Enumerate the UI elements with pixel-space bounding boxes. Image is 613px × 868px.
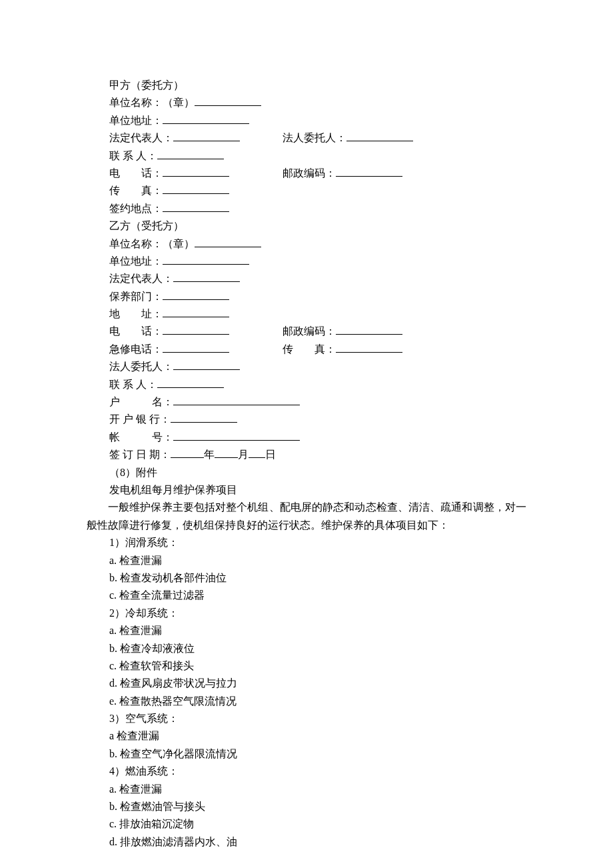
fax-blank-b[interactable] <box>336 342 402 353</box>
day-label: 日 <box>265 449 276 460</box>
account-name-label: 户 名： <box>109 396 173 407</box>
party-b-contact: 联 系 人： <box>109 376 526 393</box>
contact-blank-b[interactable] <box>157 377 224 388</box>
fuel-item-c: c. 排放油箱沉淀物 <box>109 815 526 833</box>
company-name-label-b: 单位名称：（章） <box>109 238 195 249</box>
company-name-label: 单位名称：（章） <box>109 97 195 108</box>
contact-label: 联 系 人： <box>109 150 157 161</box>
party-a-header: 甲方（委托方） <box>109 77 526 94</box>
legal-rep-blank-b[interactable] <box>173 271 240 282</box>
phone-label-b: 电 话： <box>109 325 163 337</box>
lubrication-item-c: c. 检查全流量过滤器 <box>109 587 526 604</box>
cooling-item-c: c. 检查软管和接头 <box>109 657 526 675</box>
postal-blank[interactable] <box>336 166 402 177</box>
contact-blank[interactable] <box>157 149 224 159</box>
party-b-account-number: 帐 号： <box>109 429 526 446</box>
bank-label: 开 户 银 行： <box>109 413 171 425</box>
party-b-bank: 开 户 银 行： <box>109 411 526 428</box>
cooling-item-b: b. 检查冷却液液位 <box>109 640 526 657</box>
phone-blank[interactable] <box>163 166 229 177</box>
party-a-address: 单位地址： <box>109 112 526 129</box>
party-a-fax: 传 真： <box>109 182 526 199</box>
attachment-title: 发电机组每月维护保养项目 <box>109 481 526 499</box>
address-blank[interactable] <box>163 113 249 124</box>
fuel-title: 4）燃油系统： <box>109 763 526 780</box>
party-a-phone: 电 话： <box>109 165 283 182</box>
party-b-fax: 传 真： <box>283 341 526 358</box>
fax-label-b: 传 真： <box>283 343 336 355</box>
emergency-blank[interactable] <box>163 342 229 353</box>
legal-rep-label-b: 法定代表人： <box>109 273 173 284</box>
address-blank-b[interactable] <box>163 254 249 265</box>
lubrication-item-a: a. 检查泄漏 <box>109 552 526 569</box>
company-name-blank-b[interactable] <box>195 237 261 247</box>
emergency-label: 急修电话： <box>109 343 163 355</box>
legal-entrust-blank[interactable] <box>346 131 413 141</box>
party-b-emergency: 急修电话： <box>109 341 283 358</box>
party-b-header: 乙方（受托方） <box>109 217 526 235</box>
bank-blank[interactable] <box>171 412 237 423</box>
year-blank[interactable] <box>171 447 204 458</box>
postal-label: 邮政编码： <box>283 167 336 179</box>
party-a-postal: 邮政编码： <box>283 165 526 182</box>
company-name-blank[interactable] <box>195 95 261 106</box>
party-b-dept-address: 地 址： <box>109 305 526 323</box>
month-blank[interactable] <box>215 447 238 458</box>
document-content: 甲方（委托方） 单位名称：（章） 单位地址： 法定代表人： 法人委托人： 联 系… <box>109 77 526 851</box>
party-b-address: 单位地址： <box>109 253 526 270</box>
party-a-legal-entrust: 法人委托人： <box>283 129 526 147</box>
lubrication-item-b: b. 检查发动机各部件油位 <box>109 569 526 587</box>
account-number-blank[interactable] <box>173 430 300 441</box>
air-item-a: a 检查泄漏 <box>109 727 526 745</box>
phone-label: 电 话： <box>109 167 163 179</box>
day-blank[interactable] <box>249 447 265 458</box>
legal-entrust-blank-b[interactable] <box>173 359 240 370</box>
party-a-legal-rep: 法定代表人： <box>109 129 283 147</box>
year-label: 年 <box>204 449 215 460</box>
maintenance-dept-blank[interactable] <box>163 289 229 300</box>
cooling-title: 2）冷却系统： <box>109 605 526 622</box>
legal-entrust-label-b: 法人委托人： <box>109 361 173 372</box>
air-title: 3）空气系统： <box>109 710 526 727</box>
fax-label: 传 真： <box>109 185 163 196</box>
dept-address-blank[interactable] <box>163 307 229 317</box>
legal-rep-label: 法定代表人： <box>109 132 173 143</box>
party-b-legal-rep: 法定代表人： <box>109 270 526 287</box>
sign-date-label: 签 订 日 期： <box>109 449 171 460</box>
lubrication-title: 1）润滑系统： <box>109 534 526 551</box>
sign-location-label: 签约地点： <box>109 203 163 214</box>
party-a-sign-location: 签约地点： <box>109 200 526 217</box>
party-b-company: 单位名称：（章） <box>109 235 526 253</box>
party-b-legal-entrust: 法人委托人： <box>109 358 526 375</box>
legal-rep-blank[interactable] <box>173 131 240 141</box>
party-a-contact: 联 系 人： <box>109 147 526 165</box>
cooling-item-d: d. 检查风扇皮带状况与拉力 <box>109 675 526 692</box>
attachment-header: （8）附件 <box>109 464 526 481</box>
address-label: 单位地址： <box>109 115 163 126</box>
dept-address-label: 地 址： <box>109 308 163 319</box>
legal-entrust-label: 法人委托人： <box>283 132 346 143</box>
party-b-phone: 电 话： <box>109 323 283 340</box>
postal-blank-b[interactable] <box>336 324 402 335</box>
fuel-item-a: a. 检查泄漏 <box>109 781 526 798</box>
party-b-maintenance-dept: 保养部门： <box>109 288 526 305</box>
party-b-account-name: 户 名： <box>109 393 526 411</box>
attachment-description: 一般维护保养主要包括对整个机组、配电屏的静态和动态检查、清洁、疏通和调整，对一般… <box>87 499 526 534</box>
party-b-sign-date: 签 订 日 期：年月日 <box>109 446 526 463</box>
account-name-blank[interactable] <box>173 395 300 405</box>
party-b-postal: 邮政编码： <box>283 323 526 340</box>
maintenance-dept-label: 保养部门： <box>109 291 163 302</box>
party-a-company: 单位名称：（章） <box>109 94 526 111</box>
month-label: 月 <box>238 449 249 460</box>
postal-label-b: 邮政编码： <box>283 325 336 337</box>
address-label-b: 单位地址： <box>109 255 163 267</box>
phone-blank-b[interactable] <box>163 324 229 335</box>
cooling-item-a: a. 检查泄漏 <box>109 622 526 639</box>
sign-location-blank[interactable] <box>163 201 229 212</box>
fuel-item-b: b. 检查燃油管与接头 <box>109 798 526 815</box>
fuel-item-d: d. 排放燃油滤清器内水、油 <box>109 833 526 851</box>
cooling-item-e: e. 检查散热器空气限流情况 <box>109 693 526 710</box>
contact-label-b: 联 系 人： <box>109 379 157 390</box>
air-item-b: b. 检查空气净化器限流情况 <box>109 745 526 763</box>
fax-blank[interactable] <box>163 183 229 194</box>
